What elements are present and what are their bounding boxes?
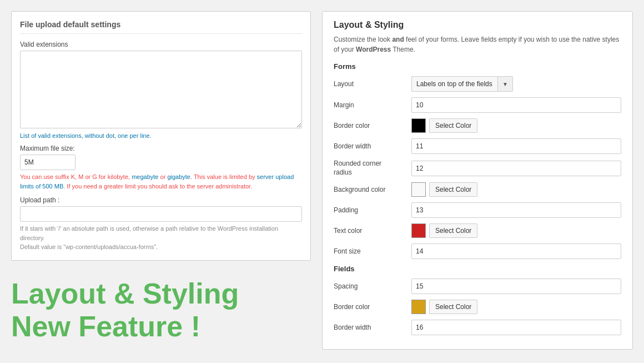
- valid-extensions-textarea[interactable]: [20, 51, 302, 128]
- layout-dropdown-button[interactable]: ▼: [497, 76, 513, 92]
- layout-select-display: Labels on top of the fields: [411, 76, 497, 92]
- font-size-label: Font size: [334, 247, 411, 255]
- padding-input[interactable]: [411, 202, 621, 218]
- panel-desc: Customize the look and feel of your form…: [334, 34, 621, 54]
- border-color-row: Border color Select Color: [334, 118, 621, 133]
- spacing-label: Spacing: [334, 282, 411, 290]
- border-color-label: Border color: [334, 122, 411, 130]
- big-text-line2: New Feature !: [11, 310, 311, 344]
- padding-row: Padding: [334, 202, 621, 218]
- fields-section-heading: Fields: [334, 265, 621, 273]
- valid-extensions-hint: List of valid extensions, without dot, o…: [20, 132, 302, 139]
- upload-path-hint1: If it stars with '/' an absolute path is…: [20, 224, 302, 252]
- text-color-label: Text color: [334, 227, 411, 235]
- bg-color-row: Background color Select Color: [334, 182, 621, 197]
- margin-row: Margin: [334, 97, 621, 113]
- panel-title: Layout & Styling: [334, 20, 621, 30]
- megabyte-link[interactable]: megabyte: [132, 173, 158, 180]
- rounded-corner-input[interactable]: [411, 161, 621, 176]
- bg-color-swatch: [411, 182, 426, 197]
- border-width-label: Border width: [334, 142, 411, 150]
- max-file-size-hint: You can use suffix K, M or G for kilobyt…: [20, 172, 302, 191]
- chevron-down-icon: ▼: [502, 81, 508, 87]
- rounded-corner-row: Rounded corner radius: [334, 160, 621, 177]
- layout-row: Layout Labels on top of the fields ▼: [334, 76, 621, 92]
- layout-styling-panel: Layout & Styling Customize the look and …: [322, 11, 633, 350]
- upload-path-input[interactable]: [20, 206, 302, 222]
- fields-border-color-button[interactable]: Select Color: [429, 300, 477, 314]
- fields-border-width-label: Border width: [334, 324, 411, 331]
- fields-border-color-swatch: [411, 300, 426, 314]
- text-color-row: Text color Select Color: [334, 223, 621, 238]
- border-color-button[interactable]: Select Color: [429, 118, 477, 133]
- card-title: File upload default settings: [20, 20, 302, 34]
- fields-border-width-row: Border width: [334, 320, 621, 335]
- padding-label: Padding: [334, 206, 411, 214]
- fields-border-color-row: Border color Select Color: [334, 300, 621, 314]
- border-color-swatch: [411, 118, 426, 133]
- margin-input[interactable]: [411, 97, 621, 113]
- font-size-input[interactable]: [411, 243, 621, 259]
- font-size-row: Font size: [334, 243, 621, 259]
- max-file-size-input[interactable]: [20, 155, 76, 170]
- fields-border-color-label: Border color: [334, 303, 411, 311]
- fields-border-width-input[interactable]: [411, 320, 621, 335]
- text-color-swatch: [411, 223, 426, 238]
- bg-color-button[interactable]: Select Color: [429, 182, 477, 197]
- upload-path-label: Upload path :: [20, 196, 302, 204]
- file-upload-card: File upload default settings Valid exten…: [11, 11, 311, 261]
- rounded-corner-label: Rounded corner radius: [334, 160, 411, 177]
- margin-label: Margin: [334, 101, 411, 109]
- spacing-input[interactable]: [411, 279, 621, 294]
- big-text-block: Layout & Styling New Feature !: [11, 277, 311, 344]
- bg-color-label: Background color: [334, 186, 411, 193]
- forms-section-heading: Forms: [334, 62, 621, 71]
- border-width-row: Border width: [334, 138, 621, 154]
- border-width-input[interactable]: [411, 138, 621, 154]
- max-file-size-label: Maximum file size:: [20, 145, 302, 152]
- valid-extensions-label: Valid extensions: [20, 41, 302, 48]
- spacing-row: Spacing: [334, 279, 621, 294]
- text-color-button[interactable]: Select Color: [429, 223, 477, 238]
- layout-label: Layout: [334, 80, 411, 88]
- big-text-line1: Layout & Styling: [11, 277, 311, 311]
- gigabyte-link[interactable]: gigabyte: [167, 173, 190, 180]
